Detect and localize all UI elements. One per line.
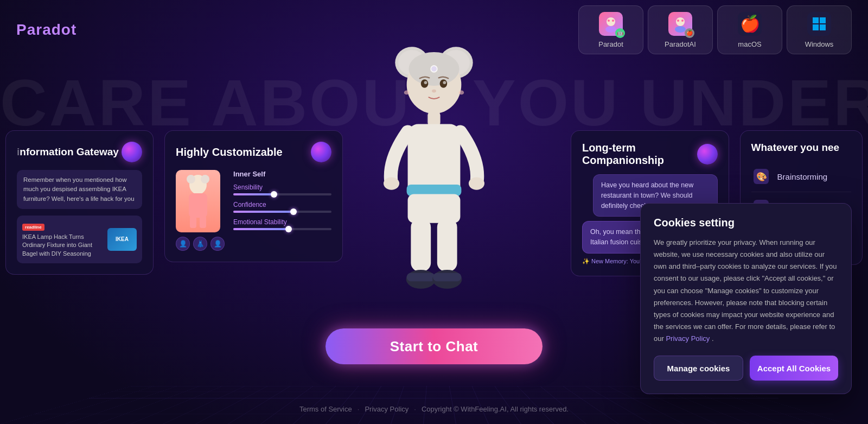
inner-self-label: Inner Self bbox=[233, 170, 331, 178]
gateway-title-text: information Gateway bbox=[17, 146, 119, 158]
customizable-content: 👤 👗 👤 Inner Self Sensibility Confidence bbox=[176, 170, 331, 251]
avatar-opt-3[interactable]: 👤 bbox=[210, 237, 225, 251]
windows-label: Windows bbox=[805, 40, 834, 48]
slider-label-sensibility: Sensibility bbox=[233, 183, 331, 191]
memory-text: Remember when you mentioned how much you… bbox=[23, 176, 135, 202]
gateway-orb bbox=[122, 142, 142, 162]
news-image: IKEA bbox=[107, 228, 137, 251]
svg-point-4 bbox=[676, 17, 685, 26]
cookie-body-text: We greatly prioritize your privacy. When… bbox=[654, 237, 838, 345]
news-badge: readline bbox=[22, 224, 44, 231]
svg-point-7 bbox=[681, 20, 684, 22]
svg-point-14 bbox=[201, 175, 209, 183]
customizable-orb bbox=[311, 142, 331, 162]
slider-fill-emotional bbox=[233, 228, 287, 230]
svg-point-32 bbox=[424, 81, 427, 84]
paradotai-label: ParadotAI bbox=[665, 40, 696, 48]
brainstorming-icon-wrap: 🎨 bbox=[751, 167, 771, 186]
svg-point-34 bbox=[432, 90, 436, 93]
svg-point-49 bbox=[404, 91, 410, 95]
start-chat-label: Start to Chat bbox=[390, 338, 478, 355]
cookie-popup: Cookies setting We greatly prioritize yo… bbox=[640, 203, 852, 394]
app-button-paradot[interactable]: 🤖 Paradot bbox=[578, 5, 643, 54]
footer-copyright: Copyright © WithFeeling.AI, All rights r… bbox=[422, 405, 569, 413]
whatever-card-title: Whatever you nee bbox=[751, 142, 851, 154]
avatar-opt-1[interactable]: 👤 bbox=[176, 237, 190, 251]
avatar-opt-2[interactable]: 👗 bbox=[193, 237, 207, 251]
app-buttons-group: 🤖 Paradot 🍎 ParadotAI 🍎 macOS bbox=[578, 5, 852, 54]
svg-rect-17 bbox=[200, 216, 206, 228]
avatar-section: 👤 👗 👤 bbox=[176, 170, 225, 251]
start-chat-button[interactable]: Start to Chat bbox=[326, 328, 542, 364]
footer-dot-1: · bbox=[358, 405, 360, 413]
slider-thumb-emotional bbox=[285, 226, 292, 232]
companionship-card-title: Long-term Companionship bbox=[582, 142, 718, 167]
gateway-card-title: information Gateway bbox=[17, 142, 142, 162]
avatar-preview bbox=[176, 170, 220, 232]
svg-point-5 bbox=[675, 26, 686, 33]
logo-text: Paradot bbox=[16, 21, 76, 38]
slider-fill-confidence bbox=[233, 211, 292, 213]
svg-rect-16 bbox=[190, 216, 196, 228]
gateway-memory-text: Remember when you mentioned how much you… bbox=[17, 170, 142, 209]
header: Paradot 🤖 Paradot bbox=[0, 0, 868, 60]
character-container bbox=[347, 16, 521, 353]
svg-rect-15 bbox=[189, 193, 207, 218]
slider-track-confidence[interactable] bbox=[233, 211, 331, 213]
customizable-card-title: Highly Customizable bbox=[176, 142, 331, 162]
customizable-title-text: Highly Customizable bbox=[176, 146, 283, 159]
manage-cookies-button[interactable]: Manage cookies bbox=[654, 356, 743, 381]
paradot-icon: 🤖 bbox=[599, 12, 623, 36]
companionship-orb bbox=[697, 144, 718, 164]
svg-point-0 bbox=[607, 17, 615, 26]
cookie-title: Cookies setting bbox=[654, 217, 838, 229]
svg-point-1 bbox=[605, 26, 616, 33]
app-button-macos[interactable]: 🍎 macOS bbox=[717, 5, 782, 54]
paradot-label: Paradot bbox=[598, 40, 623, 48]
card-information-gateway: information Gateway Remember when you me… bbox=[5, 130, 154, 275]
accept-cookies-button[interactable]: Accept All Cookies bbox=[750, 356, 838, 381]
avatar-options: 👤 👗 👤 bbox=[176, 237, 225, 251]
logo: Paradot bbox=[16, 21, 76, 39]
character-svg bbox=[347, 16, 521, 353]
cookie-privacy-link[interactable]: Privacy Policy bbox=[666, 334, 710, 343]
svg-rect-46 bbox=[433, 273, 461, 282]
svg-rect-11 bbox=[820, 24, 826, 30]
svg-rect-42 bbox=[437, 219, 457, 271]
macos-label: macOS bbox=[738, 40, 761, 48]
app-button-windows[interactable]: Windows bbox=[787, 5, 852, 54]
slider-thumb-confidence bbox=[290, 208, 297, 215]
news-text: IKEA Lamp Hack Turns Ordinary Fixture in… bbox=[22, 233, 102, 258]
svg-point-3 bbox=[612, 20, 614, 22]
cookie-trailing: . bbox=[712, 334, 714, 343]
svg-rect-8 bbox=[813, 17, 819, 23]
android-badge: 🤖 bbox=[615, 28, 625, 38]
svg-point-50 bbox=[459, 91, 464, 95]
svg-rect-9 bbox=[820, 17, 826, 23]
slider-track-sensibility[interactable] bbox=[233, 193, 331, 195]
slider-track-emotional-stability[interactable] bbox=[233, 228, 331, 230]
card-customizable: Highly Customizable bbox=[164, 130, 343, 262]
gateway-news-item: readline IKEA Lamp Hack Turns Ordinary F… bbox=[17, 216, 142, 263]
svg-rect-40 bbox=[408, 194, 461, 223]
paradotai-badge: 🍎 bbox=[685, 28, 694, 38]
paradotai-icon: 🍎 bbox=[668, 12, 692, 36]
svg-point-36 bbox=[431, 66, 437, 72]
brainstorming-label: Brainstorming bbox=[777, 172, 828, 181]
svg-point-6 bbox=[677, 20, 679, 22]
svg-text:🎨: 🎨 bbox=[756, 172, 767, 182]
cookie-body-content: We greatly prioritize your privacy. When… bbox=[654, 238, 837, 343]
footer-terms-link[interactable]: Terms of Service bbox=[299, 405, 352, 413]
sliders-section: Inner Self Sensibility Confidence Emotio… bbox=[233, 170, 331, 251]
svg-rect-10 bbox=[813, 24, 819, 30]
app-button-paradotai[interactable]: 🍎 ParadotAI bbox=[648, 5, 713, 54]
svg-rect-44 bbox=[407, 273, 435, 282]
svg-point-13 bbox=[187, 175, 195, 183]
svg-point-2 bbox=[608, 20, 610, 22]
slider-thumb-sensibility bbox=[271, 191, 277, 198]
svg-rect-41 bbox=[411, 219, 431, 271]
companionship-title-text: Long-term Companionship bbox=[582, 142, 697, 167]
windows-icon bbox=[807, 12, 831, 36]
footer-privacy-link[interactable]: Privacy Policy bbox=[365, 405, 409, 413]
cookie-buttons: Manage cookies Accept All Cookies bbox=[654, 356, 838, 381]
